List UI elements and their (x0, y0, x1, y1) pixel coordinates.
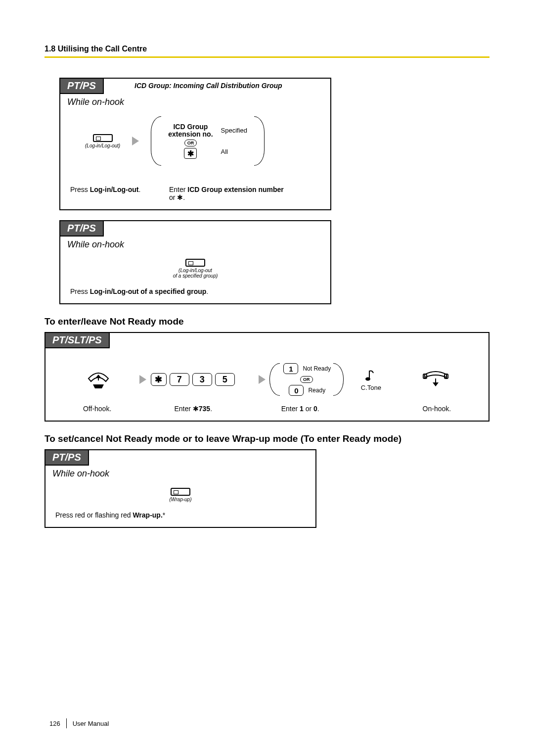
key-label-l2: of a specified group) (173, 273, 218, 279)
manual-label: User Manual (73, 720, 109, 727)
key-label: (Wrap-up) (169, 497, 191, 502)
t: ICD Group extension number (187, 186, 283, 193)
star-glyph: ✱ (177, 193, 183, 201)
digit-7-key: 7 (170, 373, 189, 386)
ready-label: Ready (308, 387, 325, 394)
ptsltps-tab: PT/SLT/PS (45, 333, 110, 348)
digit-3-key: 3 (192, 373, 212, 386)
diagram-box-2: PT/PS While on-hook (Log-in/Log-out of a… (59, 220, 331, 304)
icd-line1: ICD Group (173, 123, 208, 131)
cap-opt: Enter 1 or 0. (252, 405, 348, 413)
t: . (138, 186, 140, 193)
while-on-hook: While on-hook (60, 236, 330, 254)
login-logout-key: (Log-in/Log-out) (85, 134, 120, 148)
icd-line2: extension no. (168, 130, 213, 138)
t: Enter (169, 186, 187, 193)
subsection-title-2: To set/cancel Not Ready mode or to leave… (44, 433, 490, 444)
key-label-l1: (Log-in/Log-out (178, 268, 212, 273)
key-button-icon (93, 134, 113, 142)
or-pill: OR (184, 140, 197, 146)
t: Log-in/Log-out of a specified group (90, 287, 207, 295)
or-pill: OR (300, 376, 313, 383)
diagram-box-3: PT/SLT/PS ✱ 7 3 5 (44, 332, 490, 422)
ptps-tab: PT/PS (60, 221, 104, 236)
digit-5-key: 5 (215, 373, 235, 386)
offhook-icon (86, 370, 111, 389)
t: Press (70, 186, 90, 193)
wrapup-key: (Wrap-up) (169, 488, 191, 502)
subsection-title-1: To enter/leave Not Ready mode (44, 316, 490, 327)
not-ready-label: Not Ready (303, 365, 331, 372)
ptps-tab: PT/PS (60, 79, 104, 94)
digit-1-key: 1 (283, 363, 298, 374)
t: * (163, 511, 165, 519)
code-step: ✱ 7 3 5 (149, 373, 256, 386)
ctone-icon (364, 368, 377, 383)
paren-group: ICD Group extension no. OR ✱ Specified A… (151, 116, 265, 166)
section-header: 1.8 Utilising the Call Centre (44, 45, 490, 53)
t: Log-in/Log-out (90, 186, 139, 193)
login-logout-group-key: (Log-in/Log-out of a specified group) (173, 259, 218, 279)
header-rule (44, 56, 490, 58)
while-on-hook: While on-hook (60, 94, 330, 111)
t: . (210, 405, 212, 413)
onhook-step (398, 370, 474, 389)
icd-note: ICD Group: Incoming Call Distribution Gr… (134, 82, 282, 90)
ptps-tab: PT/PS (45, 450, 89, 466)
t: . (183, 193, 185, 201)
t: 1 (300, 405, 304, 413)
diagram-box-1: PT/PS ICD Group: Incoming Call Distribut… (59, 78, 331, 210)
t: Enter (174, 405, 192, 413)
specified-label: Specified (221, 127, 247, 134)
t: . (317, 405, 319, 413)
diagram-box-4: PT/PS While on-hook (Wrap-up) Press red … (44, 449, 316, 528)
while-on-hook: While on-hook (45, 466, 315, 483)
cap-offhook: Off-hook. (60, 405, 134, 413)
arrow-icon (259, 375, 266, 384)
all-label: All (221, 148, 228, 155)
footer-divider (66, 718, 67, 728)
caption-left: Press Log-in/Log-out. (70, 186, 169, 193)
option-step: 1Not Ready OR 0Ready (268, 363, 345, 396)
star-glyph: ✱ (193, 405, 199, 413)
caption-right: Enter ICD Group extension number or ✱. (169, 186, 284, 201)
offhook-step (60, 370, 136, 389)
cap-code: Enter ✱735. (134, 405, 252, 413)
ctone-step: C.Tone (345, 368, 398, 391)
cap-onhook: On-hook. (400, 405, 474, 413)
caption-row: Off-hook. Enter ✱735. Enter 1 or 0. On-h… (55, 405, 479, 413)
key-button-icon (185, 259, 205, 267)
key-label: (Log-in/Log-out) (85, 143, 120, 148)
t: Enter (281, 405, 300, 413)
ctone-label: C.Tone (361, 384, 381, 391)
arrow-icon (139, 375, 146, 384)
svg-point-0 (365, 377, 370, 380)
caption: Press Log-in/Log-out of a specified grou… (70, 287, 320, 295)
onhook-icon (422, 370, 449, 389)
page-footer: 126 User Manual (49, 718, 109, 728)
t: Press (70, 287, 90, 295)
key-button-icon (171, 488, 190, 496)
t: Press red or flashing red (55, 511, 133, 519)
star-key-icon: ✱ (184, 148, 197, 159)
caption: Press red or flashing red Wrap-up.* (55, 511, 306, 519)
t: Wrap-up. (133, 511, 162, 519)
t: 735 (199, 405, 210, 413)
star-key-icon: ✱ (151, 373, 167, 386)
digit-0-key: 0 (289, 385, 304, 396)
t: 0 (313, 405, 317, 413)
arrow-icon (132, 137, 139, 145)
t: or (304, 405, 313, 413)
t: or (169, 193, 177, 201)
page-number: 126 (49, 720, 60, 727)
t: . (206, 287, 208, 295)
